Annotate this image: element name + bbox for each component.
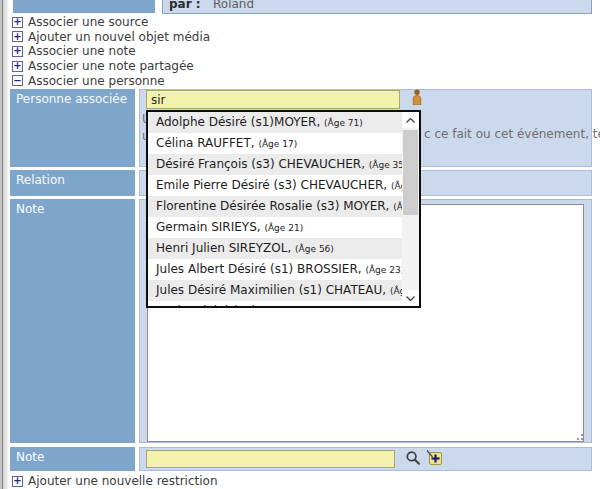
person-name: Jules Désiré Maximilien (s1) CHATEAU, (156, 283, 390, 297)
person-age: (Âge 32) (390, 286, 402, 296)
expand-icon[interactable]: + (12, 46, 23, 57)
action-link-label: Associer une personne (28, 74, 165, 88)
action-link-label: Associer une note partagée (28, 59, 194, 73)
action-links: +Associer une source+Ajouter un nouvel o… (12, 15, 210, 88)
note-row-label: Note (10, 199, 135, 443)
person-name: Louis Désiré (s3) CALLU, (156, 304, 306, 306)
action-link-label: Associer une note (28, 44, 136, 58)
scroll-up-button[interactable] (402, 112, 419, 128)
person-age: (Âge 23) (365, 265, 402, 275)
association-editor-panel: par : Roland +Associer une source+Ajoute… (0, 0, 600, 489)
action-link[interactable]: +Associer une source (12, 15, 210, 30)
dropdown-item[interactable]: Florentine Désirée Rosalie (s3) MOYER, (… (148, 196, 402, 217)
dropdown-item[interactable]: Adolphe Désiré (s1)MOYER, (Âge 71) (148, 112, 402, 133)
par-value: Roland (213, 0, 254, 11)
par-label: par : (169, 0, 201, 11)
dropdown-item[interactable]: Germain SIRIEYS, (Âge 21) (148, 217, 402, 238)
person-picker-icon[interactable] (411, 89, 423, 105)
person-name: Jules Albert Désiré (s1) BROSSIER, (156, 262, 365, 276)
dropdown-item[interactable]: Célina RAUFFET, (Âge 17) (148, 133, 402, 154)
header-value-cell: par : Roland (162, 0, 592, 14)
person-name: Emile Pierre Désiré (s3) CHEVAUCHER, (156, 178, 391, 192)
action-link[interactable]: +Ajouter un nouvel objet média (12, 30, 210, 45)
dropdown-item[interactable]: Jules Albert Désiré (s1) BROSSIER, (Âge … (148, 259, 402, 280)
dropdown-item[interactable]: Désiré François (s3) CHEVAUCHER, (Âge 35… (148, 154, 402, 175)
action-link[interactable]: +Associer une note partagée (12, 59, 210, 74)
expand-icon[interactable]: + (12, 17, 23, 28)
dropdown-item[interactable]: Jules Désiré Maximilien (s1) CHATEAU, (Â… (148, 280, 402, 301)
person-age: (Âge 71) (324, 118, 363, 128)
person-suggestions-dropdown: Adolphe Désiré (s1)MOYER, (Âge 71)Célina… (146, 110, 421, 308)
note-search-input[interactable] (146, 450, 395, 468)
search-icon[interactable] (405, 450, 421, 466)
dropdown-item[interactable]: Emile Pierre Désiré (s3) CHEVAUCHER, (Âg… (148, 175, 402, 196)
action-link[interactable]: −Associer une personne (12, 73, 210, 88)
expand-icon[interactable]: + (12, 31, 23, 42)
person-name: Germain SIRIEYS, (156, 220, 264, 234)
window-edge-line (2, 0, 3, 489)
expand-icon[interactable]: + (12, 476, 23, 487)
person-age: (Âge 43) (391, 181, 402, 191)
note2-row-label: Note (10, 447, 135, 471)
action-link-label: Associer une source (28, 15, 148, 29)
person-age: (Âge 21) (264, 223, 303, 233)
window-edge (0, 0, 8, 489)
person-name: Henri Julien SIREYZOL, (156, 241, 295, 255)
person-name: Adolphe Désiré (s1)MOYER, (156, 115, 324, 129)
person-suggestions-list: Adolphe Désiré (s1)MOYER, (Âge 71)Célina… (148, 112, 402, 306)
dropdown-item[interactable]: Henri Julien SIREYZOL, (Âge 56) (148, 238, 402, 259)
person-name: Célina RAUFFET, (156, 136, 258, 150)
person-name: Florentine Désirée Rosalie (s3) MOYER, (156, 199, 393, 213)
relation-row-label: Relation (10, 170, 135, 196)
dropdown-scrollbar[interactable] (402, 112, 419, 306)
person-age: (Âge 17) (258, 139, 297, 149)
dropdown-item[interactable]: Louis Désiré (s3) CALLU, (Âge 55) (148, 301, 402, 306)
person-search-input[interactable] (146, 90, 400, 109)
scroll-down-button[interactable] (402, 290, 419, 306)
add-note-icon[interactable] (426, 449, 443, 466)
help-text-fragment: c ce fait ou cet événement, tel (424, 127, 600, 141)
add-restriction-link[interactable]: + Ajouter une nouvelle restriction (12, 474, 218, 489)
action-link-label: Ajouter un nouvel objet média (28, 30, 210, 44)
textarea-resize-grip[interactable] (574, 431, 584, 441)
action-link[interactable]: +Associer une note (12, 44, 210, 59)
person-name: Désiré François (s3) CHEVAUCHER, (156, 157, 369, 171)
person-age: (Âge 56) (295, 244, 334, 254)
scrollbar-thumb[interactable] (403, 130, 418, 215)
person-age: (Âge 35) (369, 160, 402, 170)
collapse-icon[interactable]: − (12, 75, 23, 86)
header-label-cell (13, 0, 155, 13)
add-restriction-label: Ajouter une nouvelle restriction (28, 474, 218, 488)
person-age: (Âge 43) (393, 202, 402, 212)
expand-icon[interactable]: + (12, 61, 23, 72)
person-row-label: Personne associée (10, 89, 135, 167)
